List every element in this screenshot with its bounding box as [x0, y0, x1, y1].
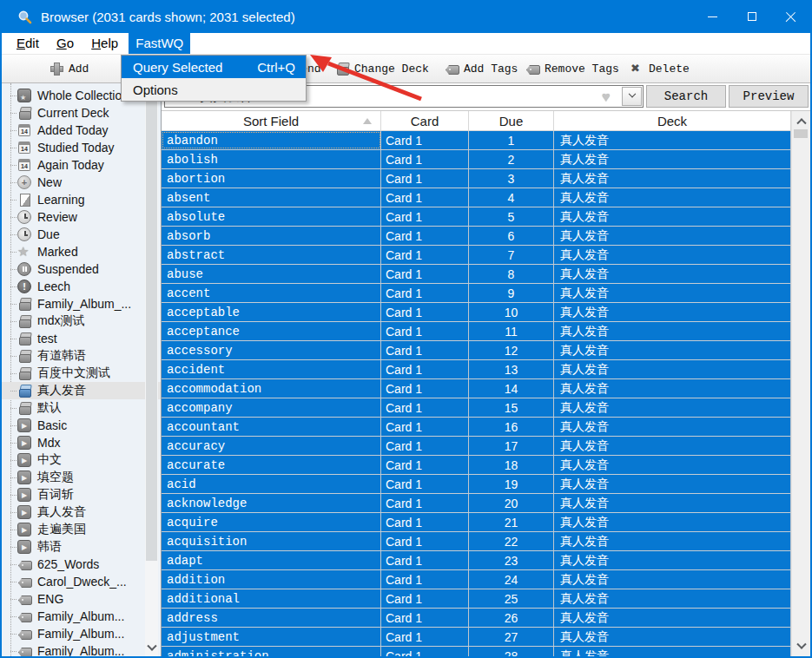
toolbar-button[interactable]: Delete [630, 62, 690, 76]
sidebar-scrollbar[interactable] [145, 83, 158, 656]
deck-icon [335, 62, 349, 76]
table-row[interactable]: abuse Card 1 8 真人发音 [162, 265, 791, 284]
sidebar-item[interactable]: 百度中文测试 [2, 365, 161, 382]
toolbar-button[interactable]: Remove Tags [525, 62, 619, 76]
table-row[interactable]: acceptable Card 1 10 真人发音 [162, 303, 791, 322]
sidebar-item[interactable]: Again Today [2, 156, 161, 174]
sidebar-item[interactable]: 真人发音 [2, 382, 161, 399]
search-button[interactable]: Search [646, 85, 726, 108]
toolbar-button[interactable]: Add [50, 62, 89, 76]
sidebar-item[interactable]: Family_Album... [2, 625, 161, 642]
table-row[interactable]: accountant Card 1 16 真人发音 [162, 418, 791, 437]
cell-sort-field: adapt [162, 551, 381, 569]
menu-item[interactable]: Query Selected Ctrl+Q [122, 56, 306, 78]
sidebar-item[interactable]: ENG [2, 590, 161, 608]
sidebar-item[interactable]: Current Deck [2, 104, 161, 122]
table-row[interactable]: administration Card 1 28 真人发音 [162, 647, 791, 656]
sidebar-item[interactable]: Family_Album_... [2, 295, 161, 313]
table-row[interactable]: abolish Card 1 2 真人发音 [162, 150, 791, 169]
sidebar-item[interactable]: Family_Album... [2, 642, 161, 656]
table-row[interactable]: acquisition Card 1 22 真人发音 [162, 532, 791, 551]
sidebar-item[interactable]: Marked [2, 243, 161, 260]
sidebar-item[interactable]: Review [2, 208, 161, 226]
table-row[interactable]: abortion Card 1 3 真人发音 [162, 169, 791, 188]
menubar-item[interactable]: Go [50, 33, 81, 54]
column-header-card[interactable]: Card [381, 111, 469, 131]
sidebar-item[interactable]: Learning [2, 191, 161, 208]
sidebar-item[interactable]: 韩语 [2, 538, 161, 556]
sidebar-item[interactable]: Family_Album... [2, 608, 161, 625]
scroll-down-icon[interactable] [792, 639, 810, 655]
menubar-item[interactable]: FastWQ [129, 33, 190, 54]
table-row[interactable]: accident Card 1 13 真人发音 [162, 360, 791, 379]
table-row[interactable]: adjustment Card 1 27 真人发音 [162, 628, 791, 647]
table-scrollbar[interactable] [791, 111, 810, 656]
cell-card: Card 1 [381, 188, 469, 207]
table-row[interactable]: abandon Card 1 1 真人发音 [162, 131, 791, 150]
sidebar-scrollbar-thumb[interactable] [146, 98, 157, 561]
sidebar-item[interactable]: Leech [2, 278, 161, 295]
table-row[interactable]: accurate Card 1 18 真人发音 [162, 456, 791, 475]
sidebar-item[interactable]: Suspended [2, 260, 161, 278]
sidebar-item[interactable]: 625_Words [2, 556, 161, 573]
table-row[interactable]: absolute Card 1 5 真人发音 [162, 207, 791, 227]
close-button[interactable] [771, 0, 810, 33]
cell-sort-field: absolute [162, 207, 381, 226]
table-row[interactable]: accessory Card 1 12 真人发音 [162, 341, 791, 360]
cell-deck: 真人发音 [554, 513, 791, 531]
toolbar-button[interactable]: Add Tags [445, 62, 518, 76]
table-row[interactable]: acceptance Card 1 11 真人发音 [162, 322, 791, 341]
column-header-due[interactable]: Due [469, 111, 554, 131]
cell-deck: 真人发音 [554, 589, 791, 608]
scroll-up-icon[interactable] [792, 113, 810, 128]
table-row[interactable]: absent Card 1 4 真人发音 [162, 188, 791, 207]
sidebar-item[interactable]: Due [2, 226, 161, 243]
table-row[interactable]: adapt Card 1 23 真人发音 [162, 551, 791, 570]
table-row[interactable]: acquire Card 1 21 真人发音 [162, 513, 791, 532]
sidebar-item[interactable]: 默认 [2, 399, 161, 417]
table-row[interactable]: additional Card 1 25 真人发音 [162, 589, 791, 609]
cell-due: 4 [469, 188, 554, 207]
table-row[interactable]: address Card 1 26 真人发音 [162, 609, 791, 628]
sidebar-item[interactable]: New [2, 174, 161, 191]
table-scrollbar-thumb[interactable] [794, 129, 808, 138]
cell-deck: 真人发音 [554, 475, 791, 493]
menu-item[interactable]: Options [122, 78, 306, 101]
sidebar-item[interactable]: 走遍美国 [2, 521, 161, 538]
sidebar-item[interactable]: Mdx [2, 434, 161, 451]
table-row[interactable]: accommodation Card 1 14 真人发音 [162, 379, 791, 398]
column-header-sort-field[interactable]: Sort Field [162, 111, 381, 131]
preview-button[interactable]: Preview [729, 85, 809, 108]
sidebar-item[interactable]: 百词斩 [2, 486, 161, 503]
column-header-deck[interactable]: Deck [554, 111, 791, 131]
toolbar-button[interactable]: Change Deck [335, 62, 429, 76]
menubar-item[interactable]: Help [84, 33, 125, 54]
sidebar-item[interactable]: 填空题 [2, 469, 161, 486]
table-row[interactable]: absorb Card 1 6 真人发音 [162, 227, 791, 246]
sidebar-item[interactable]: 有道韩语 [2, 347, 161, 365]
table-row[interactable]: abstract Card 1 7 真人发音 [162, 246, 791, 265]
table-row[interactable]: accuracy Card 1 17 真人发音 [162, 437, 791, 456]
sidebar-item[interactable]: Basic [2, 417, 161, 434]
cell-sort-field: accessory [162, 341, 381, 359]
menubar-item[interactable]: Edit [10, 33, 46, 54]
sidebar-item[interactable]: Added Today [2, 122, 161, 139]
sidebar-item[interactable]: mdx测试 [2, 313, 161, 330]
cell-card: Card 1 [381, 150, 469, 168]
table-row[interactable]: accompany Card 1 15 真人发音 [162, 398, 791, 418]
table-row[interactable]: acid Card 1 19 真人发音 [162, 475, 791, 494]
sidebar-item[interactable]: 中文 [2, 451, 161, 469]
sidebar-item[interactable]: Carol_Dweck_... [2, 573, 161, 590]
cell-deck: 真人发音 [554, 341, 791, 359]
sidebar-item[interactable]: test [2, 330, 161, 347]
scroll-down-icon[interactable] [145, 642, 158, 655]
minimize-button[interactable] [693, 0, 732, 33]
sidebar-item[interactable]: 真人发音 [2, 503, 161, 521]
sidebar-item[interactable]: Studied Today [2, 139, 161, 156]
table-row[interactable]: acknowledge Card 1 20 真人发音 [162, 494, 791, 513]
maximize-button[interactable] [732, 0, 771, 33]
table-row[interactable]: addition Card 1 24 真人发音 [162, 570, 791, 589]
search-history-dropdown[interactable] [622, 87, 642, 106]
close-icon [785, 11, 796, 23]
table-row[interactable]: accent Card 1 9 真人发音 [162, 284, 791, 303]
